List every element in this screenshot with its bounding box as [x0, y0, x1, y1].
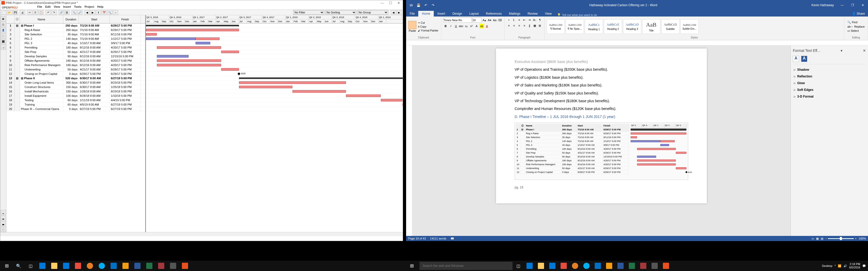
link-button[interactable]: 🔗 — [59, 10, 64, 15]
task-row[interactable]: 7Site Prep50 days4/21/17 8:00 AM6/29/17 … — [6, 50, 145, 54]
select-button[interactable]: ▭ Select — [846, 29, 866, 33]
doc-line[interactable]: VP of Sales and Marketing ($180K base pl… — [515, 82, 688, 88]
task-row[interactable]: 20Phase III – Commercial Opera0 days6/27… — [6, 107, 145, 111]
paste-button[interactable]: 📋 — [38, 10, 44, 15]
taskbar-app-edge[interactable] — [37, 261, 48, 271]
gantt-row[interactable] — [146, 85, 403, 89]
taskbar-app-calc-2[interactable] — [649, 261, 660, 271]
tray-notifications-icon[interactable]: 💬 — [862, 264, 866, 268]
gantt-view-button[interactable]: ▦ — [1, 16, 6, 22]
multilevel-button[interactable]: ≡ — [517, 18, 522, 22]
task-duration-cell[interactable]: 90 days — [63, 54, 79, 58]
zoom-level[interactable]: 100% — [859, 237, 866, 240]
task-finish-cell[interactable]: 4/20/17 5:00 PM — [110, 59, 141, 63]
find-button[interactable]: 🔍 Find — [846, 21, 866, 24]
tab-home[interactable]: Home — [418, 11, 434, 16]
row-number[interactable]: 2 — [6, 28, 15, 32]
task-finish-cell[interactable]: 1/10/19 5:00 PM — [110, 94, 141, 98]
start-button-2[interactable]: ⊞ — [406, 261, 417, 271]
gantt-bar[interactable] — [239, 77, 403, 79]
gantt-row[interactable] — [146, 98, 403, 102]
pane-item-reflection[interactable]: Reflection — [793, 73, 866, 80]
italic-button[interactable]: I — [448, 24, 453, 28]
taskbar-app-firefox-2[interactable] — [569, 261, 581, 271]
gantt-bar[interactable] — [221, 50, 239, 53]
open-button[interactable]: 📂 — [7, 10, 12, 15]
zoomout-button[interactable]: 🔎 — [77, 10, 83, 15]
col-name[interactable]: Name — [20, 15, 63, 23]
task-duration-cell[interactable]: 260 days — [63, 24, 79, 28]
tray-desktop-label[interactable]: Desktop — [822, 264, 832, 267]
task-name-cell[interactable]: Develop Samples — [20, 54, 63, 58]
taskbar-app-word-2[interactable] — [615, 261, 626, 271]
task-finish-cell[interactable]: 8/23/18 5:00 PM — [110, 89, 141, 94]
row-number[interactable]: 6 — [6, 45, 15, 49]
line-spacing-button[interactable]: ‖ — [527, 23, 532, 28]
task-start-cell[interactable]: 8/12/16 8:00 AM — [79, 59, 110, 63]
gantt-bar[interactable] — [195, 37, 220, 40]
task-start-cell[interactable]: 4/21/17 8:00 AM — [79, 50, 110, 54]
taskbar-app-media-2[interactable] — [558, 261, 569, 271]
row-number[interactable]: 9 — [6, 59, 15, 63]
task-name-cell[interactable]: Install Mechanicals — [20, 89, 63, 94]
histogram-button[interactable]: ▁ — [1, 210, 6, 215]
justify-button[interactable]: ≡ — [522, 23, 527, 28]
task-name-cell[interactable]: Construct Structures — [20, 85, 63, 89]
taskbar-app-explorer[interactable] — [49, 261, 60, 271]
row-number[interactable]: 18 — [6, 98, 15, 102]
col-duration[interactable]: Duration — [63, 15, 79, 23]
find-button[interactable]: 🔍 — [107, 10, 113, 15]
task-finish-cell[interactable]: 6/27/19 5:00 PM — [110, 76, 141, 80]
superscript-button[interactable]: x² — [469, 24, 474, 28]
doc-line[interactable]: VP of Quality and Safety ($150K base plu… — [515, 90, 688, 96]
task-start-cell[interactable]: 6/30/17 8:00 AM — [79, 85, 110, 89]
style-heading-3[interactable]: AaBbCcDHeading 3 — [623, 20, 641, 34]
style-subtitle[interactable]: AaBbCcDSubtitle — [661, 20, 679, 34]
task-row[interactable]: 16Install Mechanicals150 days1/26/18 8:0… — [6, 89, 145, 94]
task-name-cell[interactable]: Reg A Raise — [20, 28, 63, 32]
gantt-bar[interactable] — [157, 59, 221, 62]
gantt-bar[interactable] — [157, 64, 221, 66]
task-start-cell[interactable]: 7/1/16 8:00 AM — [79, 32, 110, 36]
read-mode-button[interactable]: ▭ — [811, 237, 814, 240]
task-name-cell[interactable]: Site Prep — [20, 50, 63, 54]
row-number[interactable]: 15 — [6, 85, 15, 89]
tray-network-icon[interactable]: 📶 — [838, 264, 841, 268]
redo-button[interactable]: ↷ — [52, 10, 57, 15]
rbs-view-button[interactable]: ⬛ — [1, 39, 6, 44]
phase-heading[interactable]: D. Phase I Timeline – 1 JUL 2016 through… — [515, 114, 688, 120]
close-button[interactable]: ✕ — [396, 1, 402, 5]
show-marks-button[interactable]: ¶ — [537, 18, 542, 22]
taskbar-app-calc[interactable] — [167, 261, 179, 271]
task-row[interactable]: 15Construct Structures150 days6/30/17 8:… — [6, 85, 145, 89]
style-subtle-em-[interactable]: AaBbCcDdSubtle Em... — [680, 20, 699, 34]
change-case-button[interactable]: Aa — [492, 18, 497, 23]
paste-button[interactable]: Paste — [408, 21, 416, 32]
underline-button[interactable]: U — [454, 24, 458, 28]
taskbar-app-media[interactable] — [72, 261, 84, 271]
wbs-view-button[interactable]: ⬚ — [1, 33, 6, 38]
task-duration-cell[interactable]: 50 days — [63, 50, 79, 54]
replace-button[interactable]: ab↔ Replace — [846, 25, 866, 28]
task-finish-cell[interactable]: 8/23/18 5:00 PM — [110, 80, 141, 84]
calendar-button[interactable]: 📅 — [101, 10, 107, 15]
task-finish-cell[interactable]: 6/29/17 5:00 PM — [110, 50, 141, 54]
task-row[interactable]: 10Risk Performance Managem180 days8/12/1… — [6, 63, 145, 67]
new-button[interactable]: 📄 — [1, 10, 6, 15]
task-row[interactable]: 6Permitting180 days8/12/16 8:00 AM4/20/1… — [6, 45, 145, 50]
gantt-row[interactable] — [146, 24, 403, 28]
milestone-diamond[interactable] — [238, 72, 240, 75]
pane-item-3d-format[interactable]: 3-D Format — [793, 93, 866, 100]
restore-button[interactable]: ❐ — [847, 0, 858, 10]
highlight-button[interactable]: ab — [479, 24, 484, 28]
gantt-bar[interactable] — [146, 37, 195, 40]
taskbar-app-store-2[interactable] — [547, 261, 558, 271]
task-view-button-2[interactable]: ◫ — [513, 261, 524, 271]
zoom-slider[interactable]: − + — [826, 237, 857, 240]
gantt-bar[interactable] — [146, 33, 157, 36]
style--no-spac-[interactable]: AaBbCcDd¶ No Spac... — [566, 20, 584, 34]
unlink-button[interactable]: ⛓ — [64, 10, 69, 15]
task-start-cell[interactable]: 4/21/17 8:00 AM — [79, 67, 110, 71]
gantt-row[interactable] — [146, 76, 403, 80]
shrink-font-button[interactable]: A▾ — [487, 18, 492, 23]
